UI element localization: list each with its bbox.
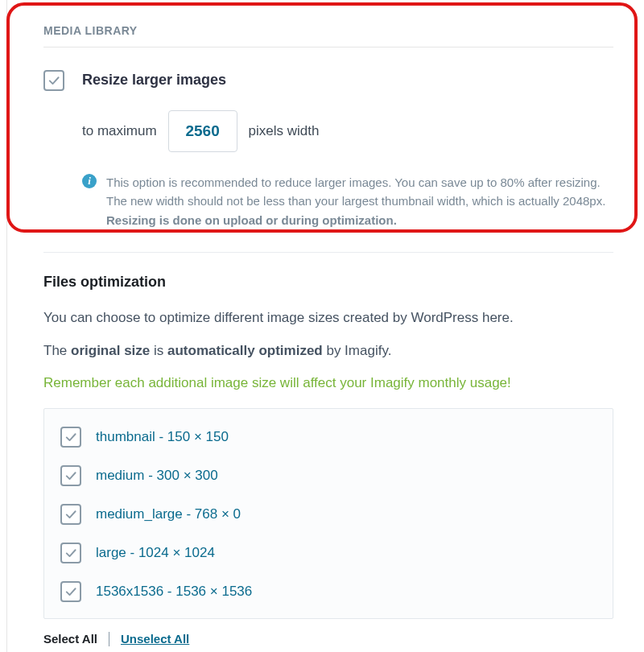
size-checkbox-medium-large[interactable] bbox=[60, 504, 81, 525]
resize-info-bold: Resizing is done on upload or during opt… bbox=[106, 213, 397, 227]
files-usage-warning: Remember each additional image size will… bbox=[43, 373, 613, 394]
select-all-link[interactable]: Select All bbox=[43, 632, 97, 646]
size-row: thumbnail - 150 × 150 bbox=[60, 427, 597, 448]
resize-info-text: This option is recommended to reduce lar… bbox=[106, 173, 613, 229]
txt-b2: automatically optimized bbox=[167, 343, 323, 358]
files-original-line: The original size is automatically optim… bbox=[43, 340, 613, 361]
size-label: 1536x1536 - 1536 × 1536 bbox=[96, 584, 252, 600]
settings-page: MEDIA LIBRARY Resize larger images to ma… bbox=[0, 0, 644, 652]
files-title: Files optimization bbox=[43, 274, 613, 291]
section-title: MEDIA LIBRARY bbox=[43, 24, 613, 47]
separator bbox=[109, 632, 109, 646]
resize-dimensions-row: to maximum pixels width bbox=[82, 110, 613, 152]
size-row: medium - 300 × 300 bbox=[60, 465, 597, 486]
checkmark-icon bbox=[64, 468, 78, 483]
unselect-all-link[interactable]: Unselect All bbox=[121, 632, 189, 646]
info-icon: i bbox=[82, 174, 97, 188]
size-checkbox-thumbnail[interactable] bbox=[60, 427, 81, 448]
settings-panel: MEDIA LIBRARY Resize larger images to ma… bbox=[6, 0, 638, 652]
section-divider bbox=[43, 252, 613, 253]
checkmark-icon bbox=[64, 584, 78, 599]
max-width-input[interactable] bbox=[168, 110, 237, 152]
sizes-panel: thumbnail - 150 × 150 medium - 300 × 300… bbox=[43, 408, 613, 619]
checkmark-icon bbox=[64, 546, 78, 560]
size-checkbox-medium[interactable] bbox=[60, 465, 81, 486]
resize-prefix: to maximum bbox=[82, 123, 157, 139]
size-checkbox-large[interactable] bbox=[60, 543, 81, 563]
files-intro: You can choose to optimize different ima… bbox=[43, 307, 613, 328]
checkmark-icon bbox=[64, 507, 78, 522]
resize-info-row: i This option is recommended to reduce l… bbox=[82, 173, 613, 229]
resize-checkbox[interactable] bbox=[43, 70, 64, 91]
checkmark-icon bbox=[64, 430, 78, 444]
checkmark-icon bbox=[47, 73, 61, 88]
size-row: 1536x1536 - 1536 × 1536 bbox=[60, 581, 597, 602]
resize-suffix: pixels width bbox=[249, 123, 320, 139]
size-label: large - 1024 × 1024 bbox=[96, 545, 215, 561]
resize-info-text-body: This option is recommended to reduce lar… bbox=[106, 175, 605, 208]
txt-b1: original size bbox=[71, 343, 150, 358]
size-checkbox-1536[interactable] bbox=[60, 581, 81, 602]
txt-post: by Imagify. bbox=[323, 343, 392, 358]
size-row: medium_large - 768 × 0 bbox=[60, 504, 597, 525]
txt-mid: is bbox=[150, 343, 167, 358]
resize-label: Resize larger images bbox=[82, 70, 226, 89]
size-row: large - 1024 × 1024 bbox=[60, 543, 597, 563]
size-label: thumbnail - 150 × 150 bbox=[96, 429, 229, 445]
size-label: medium - 300 × 300 bbox=[96, 468, 218, 484]
txt: The bbox=[43, 343, 71, 358]
resize-option-row: Resize larger images bbox=[43, 70, 613, 91]
select-controls-row: Select All Unselect All bbox=[43, 632, 613, 646]
size-label: medium_large - 768 × 0 bbox=[96, 506, 241, 522]
